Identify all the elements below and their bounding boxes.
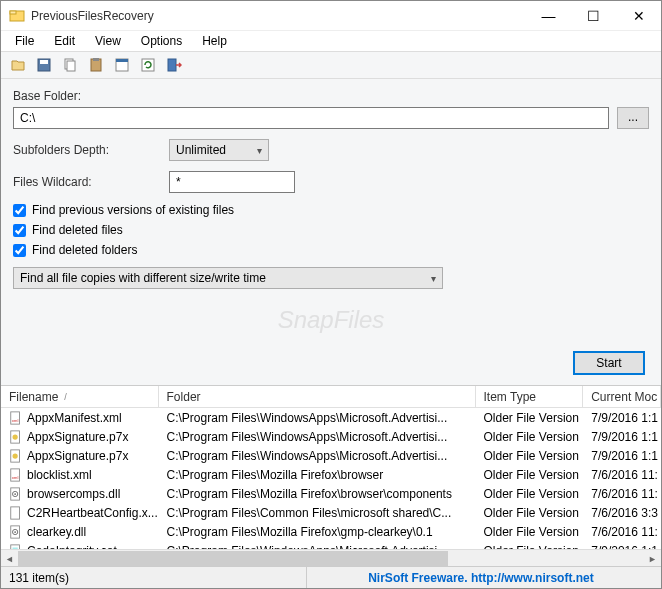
save-icon[interactable]	[33, 54, 55, 76]
browse-button[interactable]: ...	[617, 107, 649, 129]
cell-folder: C:\Program Files\WindowsApps\Microsoft.A…	[159, 429, 476, 445]
table-row[interactable]: CodeIntegrity.catC:\Program Files\Window…	[1, 541, 661, 549]
check-deleted-files[interactable]	[13, 224, 26, 237]
paste-icon[interactable]	[85, 54, 107, 76]
status-count: 131 item(s)	[7, 567, 307, 588]
refresh-icon[interactable]	[137, 54, 159, 76]
cell-filename: AppxSignature.p7x	[1, 448, 159, 464]
check-prev-versions-label: Find previous versions of existing files	[32, 203, 234, 217]
watermark-area: SnapFiles	[1, 295, 661, 345]
exit-icon[interactable]	[163, 54, 185, 76]
svg-point-15	[13, 434, 18, 439]
cell-itemtype: Older File Version	[476, 429, 584, 445]
cell-folder: C:\Program Files\Mozilla Firefox\browser	[159, 467, 476, 483]
table-row[interactable]: C2RHeartbeatConfig.x...C:\Program Files\…	[1, 503, 661, 522]
cell-filename: browsercomps.dll	[1, 486, 159, 502]
column-itemtype[interactable]: Item Type	[476, 386, 584, 407]
cell-itemtype: Older File Version	[476, 410, 584, 426]
svg-point-22	[14, 493, 16, 495]
cell-mod: 7/6/2016 11:	[583, 467, 661, 483]
menu-file[interactable]: File	[5, 32, 44, 50]
svg-rect-23	[11, 506, 20, 518]
svg-rect-11	[168, 59, 176, 71]
menu-options[interactable]: Options	[131, 32, 192, 50]
wildcard-label: Files Wildcard:	[13, 175, 161, 189]
check-prev-versions[interactable]	[13, 204, 26, 217]
svg-text:xml: xml	[12, 417, 19, 422]
cell-filename: C2RHeartbeatConfig.x...	[1, 505, 159, 521]
close-button[interactable]: ✕	[616, 1, 661, 31]
base-folder-input[interactable]	[13, 107, 609, 129]
menu-help[interactable]: Help	[192, 32, 237, 50]
subfolders-combo[interactable]: Unlimited	[169, 139, 269, 161]
svg-rect-1	[10, 11, 16, 14]
column-folder[interactable]: Folder	[159, 386, 476, 407]
column-filename[interactable]: Filename/	[1, 386, 159, 407]
cell-filename: xmlblocklist.xml	[1, 467, 159, 483]
sort-indicator: /	[64, 392, 67, 402]
cell-itemtype: Older File Version	[476, 467, 584, 483]
svg-text:xml: xml	[12, 474, 19, 479]
scroll-left-arrow[interactable]: ◄	[1, 550, 18, 566]
minimize-button[interactable]: —	[526, 1, 571, 31]
start-button[interactable]: Start	[573, 351, 645, 375]
column-mod[interactable]: Current Moc	[583, 386, 661, 407]
svg-rect-3	[40, 60, 48, 64]
cell-mod: 7/6/2016 11:	[583, 486, 661, 502]
table-row[interactable]: xmlAppxManifest.xmlC:\Program Files\Wind…	[1, 408, 661, 427]
horizontal-scrollbar[interactable]: ◄ ►	[1, 549, 661, 566]
wildcard-input[interactable]	[169, 171, 295, 193]
copy-icon[interactable]	[59, 54, 81, 76]
table-body: xmlAppxManifest.xmlC:\Program Files\Wind…	[1, 408, 661, 549]
svg-point-26	[14, 531, 16, 533]
window-controls: — ☐ ✕	[526, 1, 661, 31]
table-row[interactable]: clearkey.dllC:\Program Files\Mozilla Fir…	[1, 522, 661, 541]
open-icon[interactable]	[7, 54, 29, 76]
svg-rect-10	[142, 59, 154, 71]
cell-folder: C:\Program Files\Mozilla Firefox\browser…	[159, 486, 476, 502]
table-row[interactable]: browsercomps.dllC:\Program Files\Mozilla…	[1, 484, 661, 503]
window-title: PreviousFilesRecovery	[31, 9, 526, 23]
cell-itemtype: Older File Version	[476, 524, 584, 540]
cell-mod: 7/9/2016 1:1	[583, 429, 661, 445]
results-table: Filename/ Folder Item Type Current Moc x…	[1, 385, 661, 566]
check-deleted-folders[interactable]	[13, 244, 26, 257]
menu-view[interactable]: View	[85, 32, 131, 50]
form-area: Base Folder: ... Subfolders Depth: Unlim…	[1, 79, 661, 295]
cell-itemtype: Older File Version	[476, 448, 584, 464]
statusbar: 131 item(s) NirSoft Freeware. http://www…	[1, 566, 661, 588]
status-credit: NirSoft Freeware. http://www.nirsoft.net	[307, 571, 655, 585]
toolbar	[1, 51, 661, 79]
table-row[interactable]: xmlblocklist.xmlC:\Program Files\Mozilla…	[1, 465, 661, 484]
find-mode-combo[interactable]: Find all file copies with different size…	[13, 267, 443, 289]
subfolders-value: Unlimited	[176, 143, 226, 157]
maximize-button[interactable]: ☐	[571, 1, 616, 31]
cell-mod: 7/6/2016 3:3	[583, 505, 661, 521]
cell-folder: C:\Program Files\WindowsApps\Microsoft.A…	[159, 410, 476, 426]
scroll-thumb[interactable]	[18, 551, 448, 566]
cell-filename: clearkey.dll	[1, 524, 159, 540]
svg-rect-9	[116, 59, 128, 62]
base-folder-label: Base Folder:	[13, 89, 649, 103]
table-row[interactable]: AppxSignature.p7xC:\Program Files\Window…	[1, 446, 661, 465]
watermark-text: SnapFiles	[278, 306, 385, 334]
titlebar: PreviousFilesRecovery — ☐ ✕	[1, 1, 661, 31]
cell-filename: xmlAppxManifest.xml	[1, 410, 159, 426]
cell-itemtype: Older File Version	[476, 505, 584, 521]
table-row[interactable]: AppxSignature.p7xC:\Program Files\Window…	[1, 427, 661, 446]
properties-icon[interactable]	[111, 54, 133, 76]
cell-filename: AppxSignature.p7x	[1, 429, 159, 445]
table-header: Filename/ Folder Item Type Current Moc	[1, 386, 661, 408]
check-deleted-folders-label: Find deleted folders	[32, 243, 137, 257]
scroll-right-arrow[interactable]: ►	[644, 550, 661, 566]
cell-mod: 7/9/2016 1:1	[583, 410, 661, 426]
app-icon	[9, 8, 25, 24]
svg-point-17	[13, 453, 18, 458]
check-deleted-files-label: Find deleted files	[32, 223, 123, 237]
cell-mod: 7/9/2016 1:1	[583, 448, 661, 464]
svg-rect-7	[93, 58, 99, 61]
cell-mod: 7/6/2016 11:	[583, 524, 661, 540]
subfolders-label: Subfolders Depth:	[13, 143, 161, 157]
menu-edit[interactable]: Edit	[44, 32, 85, 50]
menubar: File Edit View Options Help	[1, 31, 661, 51]
